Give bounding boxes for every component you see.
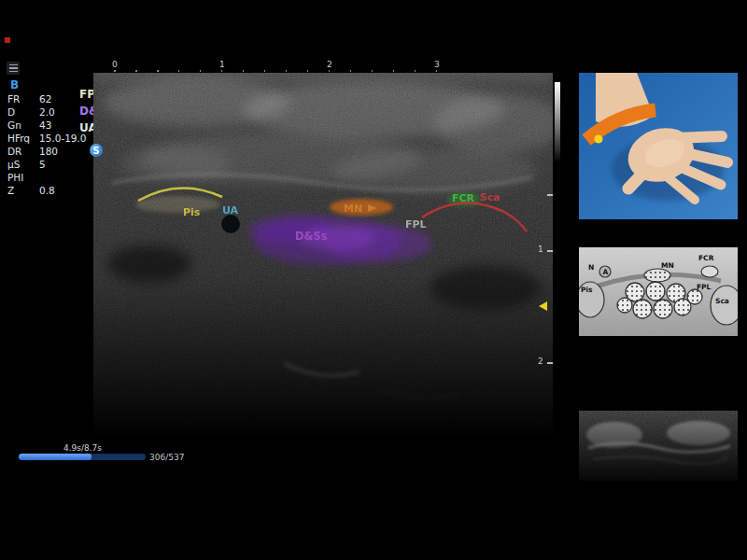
ultrasound-screen: B FR62 D2.0 Gn43 HFrq15.0-19.0 DR180 μS5… [0,0,747,560]
parameter-panel: FR62 D2.0 Gn43 HFrq15.0-19.0 DR180 μS5 P… [7,92,87,197]
param-hfrq: HFrq15.0-19.0 [7,132,87,145]
depth-tick [547,250,553,252]
ultrasound-thumbnail[interactable] [579,411,738,481]
record-indicator [5,37,10,43]
cine-progress-bar[interactable] [19,454,146,460]
cine-progress-fill [19,454,92,460]
anat-label-fcr: FCR [698,254,714,262]
mode-indicator: B [10,78,19,91]
ruler-1: 1 [219,60,225,69]
ruler-2: 2 [327,60,332,69]
grayscale-bar [555,82,560,161]
anat-label-mn: MN [661,261,674,270]
cine-time: 4.9s/8.7s [63,443,102,453]
anatomy-reference-diagram[interactable]: N A MN FCR Pis FPL Sca [579,247,738,336]
ruler-0: 0 [112,60,118,69]
depth-label-1: 1 [538,245,543,254]
depth-label-2: 2 [538,357,543,366]
menu-button[interactable] [7,62,20,75]
param-us: μS5 [7,158,87,171]
hamburger-icon [9,64,18,66]
focus-marker[interactable] [539,301,547,311]
param-gain: Gn43 [7,119,87,132]
us-bottom-fade [93,73,553,439]
anat-label-pis: Pis [581,286,593,294]
ruler-3: 3 [434,60,440,69]
param-dr: DR180 [7,145,87,158]
anat-label-n: N [588,263,594,272]
depth-tick [547,194,553,196]
param-zoom: Z0.8 [7,184,87,197]
param-fr: FR62 [7,92,87,105]
wristband-marker-dot [595,135,603,144]
anat-label-a: A [603,268,609,276]
probe-position-photo[interactable] [579,73,738,219]
anat-label-sca: Sca [715,297,729,305]
ruler-ticks [114,70,437,72]
param-depth: D2.0 [7,105,87,119]
ultrasound-image[interactable]: Pis UA MN D&Ss FPL FCR Sca [93,73,553,439]
depth-tick [547,362,553,364]
param-phi: PHI [7,171,87,184]
cine-frame-counter: 306/537 [149,453,184,462]
vendor-logo: S [90,144,103,157]
anat-label-fpl: FPL [697,283,712,291]
